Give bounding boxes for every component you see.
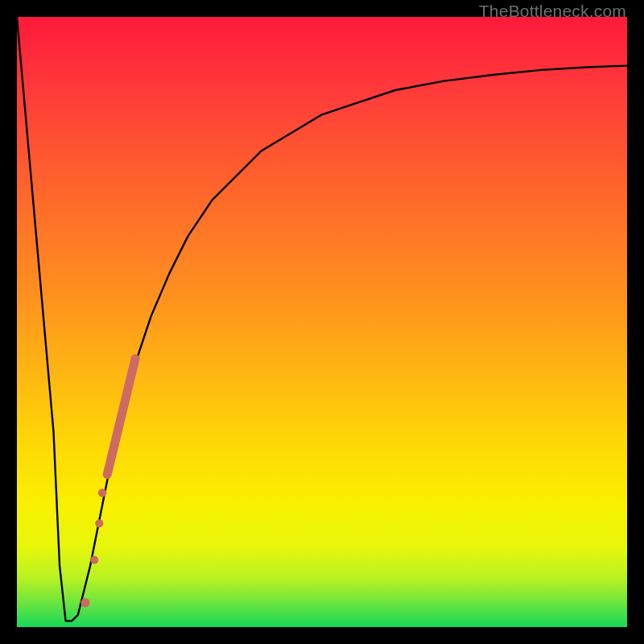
plot-area bbox=[17, 17, 627, 627]
data-point bbox=[90, 556, 98, 564]
data-point bbox=[95, 519, 103, 527]
data-point bbox=[80, 598, 89, 607]
curve-layer bbox=[17, 17, 627, 627]
chart-container: TheBottleneck.com bbox=[0, 0, 644, 644]
bottleneck-curve bbox=[17, 17, 627, 621]
thick-highlight-segment bbox=[107, 358, 135, 474]
watermark-text: TheBottleneck.com bbox=[479, 2, 626, 21]
data-point bbox=[98, 489, 106, 497]
